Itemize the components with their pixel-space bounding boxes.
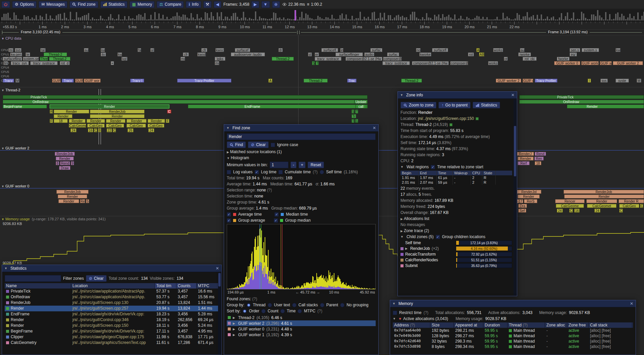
timeline-zone[interactable]: md (215, 61, 219, 65)
timeline-zone[interactable]: Rerf (518, 161, 530, 165)
timeline-zone[interactable]: T (316, 61, 319, 65)
timeline-zone[interactable]: Render (58, 199, 79, 203)
timeline-zone[interactable]: CalcGeo (126, 124, 146, 128)
table-row[interactable]: Renderjni/../jni/src/guif/Control.cpp:34… (5, 317, 219, 323)
timeline-zone[interactable]: no (416, 48, 421, 52)
timeline-zone[interactable]: sen.s (570, 48, 580, 52)
timeline-zone[interactable]: RenderJ (517, 152, 534, 156)
collapse-icon[interactable]: ▼ (226, 126, 229, 130)
restrict-time-checkbox[interactable] (393, 311, 397, 315)
timeline-zone[interactable]: RenderJob (90, 109, 145, 114)
column-mtpc[interactable]: MTPC (197, 283, 220, 289)
messages-button[interactable]: ✉Messages (39, 1, 67, 8)
close-icon[interactable]: ✕ (511, 93, 515, 97)
timeline-zone[interactable]: A (476, 48, 480, 52)
timeline-zone[interactable]: Thread-2 (401, 79, 422, 83)
timeline-zone[interactable]: Render (586, 199, 617, 203)
timeline-zone[interactable]: Draw (59, 166, 70, 170)
min-bin-decrement-button[interactable]: - (290, 162, 297, 168)
timeline-zone[interactable]: F (50, 119, 53, 123)
options-button[interactable]: ⚙Options (12, 1, 37, 8)
timeline-zone[interactable]: Render (126, 119, 147, 123)
timeline-zone[interactable]: Rencer (555, 199, 585, 203)
timeline-zone[interactable]: EndFrame (188, 104, 368, 108)
frame-label-left[interactable]: Frame 3,193 (22.45 ms) (19, 30, 62, 34)
statistics-titlebar[interactable]: ▼ Statistics ✕ (2, 265, 221, 272)
timeline-zone[interactable]: Render (90, 114, 145, 118)
timeline-zone[interactable]: 24 (148, 128, 154, 132)
column-zone-free[interactable]: Zone free (567, 322, 589, 328)
timeline-zone[interactable]: 16 (574, 209, 580, 213)
timeline-zone[interactable]: + (111, 61, 114, 65)
timeline-zone[interactable]: in (340, 48, 343, 52)
timeline-zone[interactable]: GUIF worker 2 (496, 79, 521, 83)
timeline-zone[interactable]: I (588, 79, 591, 83)
timeline-zone[interactable]: C (569, 209, 573, 213)
timeline-zone[interactable]: Ren (534, 157, 544, 161)
go-to-parent-button[interactable]: ↑Go to parent (438, 102, 471, 108)
timeline-zone[interactable]: RenderJol (517, 190, 541, 194)
timeline-zone[interactable]: Render (87, 119, 105, 123)
timeline-zone[interactable]: Render (56, 157, 74, 161)
child-zone-row[interactable]: CalcRenderNodes 51.51 µs (1.15%) (400, 258, 512, 262)
timeline-zone[interactable]: 18 (54, 119, 68, 123)
collapse-icon[interactable]: ▼ (392, 302, 395, 305)
active-allocations-header[interactable]: ▼ ♥ Active allocations (3,043) Memory us… (393, 316, 633, 321)
timeline-zone[interactable]: audioserver /audio (231, 52, 265, 56)
table-row[interactable]: EndFramejni/../jni/src/claw/gfx/drv/vk/D… (5, 311, 219, 317)
relative-time-checkbox[interactable]: ✓ (431, 165, 435, 169)
timeline-zone[interactable]: cfr (183, 52, 189, 56)
child-zone-row[interactable]: RecalcTransform 72.92 µs (1.62%) (400, 252, 512, 257)
scrollbar[interactable] (514, 99, 517, 296)
timeline-zone[interactable]: RenderJob (55, 152, 75, 156)
timeline-zone[interactable]: PrivateTick (3, 95, 368, 99)
timeline-zone[interactable]: Render (106, 119, 125, 123)
find-zone-search-input[interactable] (227, 133, 376, 140)
frame-dropdown-button[interactable]: ▼ (261, 1, 270, 8)
timeline-zone[interactable]: al (150, 48, 154, 52)
timeline-zone[interactable]: fworke (557, 57, 570, 61)
zoom-to-zone-button[interactable]: Zoom to zone (400, 102, 436, 108)
zone-trace-collapser[interactable]: ▶Zone trace (2) (400, 228, 512, 233)
timeline-zone[interactable]: kworke (419, 52, 431, 56)
group-children-checkbox[interactable]: ✓ (436, 235, 440, 239)
timeline-zone[interactable]: sys (15, 48, 21, 52)
timeline-zone[interactable]: composer@ (450, 61, 468, 65)
table-row[interactable]: Renderjni/../jni/src/guif/Screen.cpp:150… (5, 323, 219, 328)
timeline-zone[interactable]: composer@2.1-se (Hw (412, 61, 449, 65)
timeline-zone[interactable]: 9 (71, 161, 74, 165)
timeline-zone[interactable]: md (180, 57, 185, 61)
timeline-zone[interactable]: RenderJob (56, 190, 89, 194)
info-button[interactable]: ℹInfo (186, 1, 201, 8)
sort-mtpc-radio[interactable] (298, 309, 302, 313)
table-row[interactable]: OnRedrawjni/../jni/src/claw/application/… (5, 294, 219, 300)
timeline-zone[interactable]: Tracy Profiler (535, 79, 557, 83)
guif-worker2-header[interactable]: ▼GUIF worker 2 (1, 146, 29, 150)
group-usertext-radio[interactable] (268, 303, 272, 307)
next-frame-button[interactable]: ▶ (251, 1, 259, 8)
table-row[interactable]: CalcGeometryjni/../jni/src/claw/graphics… (5, 340, 219, 346)
timeline-zone[interactable]: Tr (352, 114, 356, 118)
timeline-zone[interactable]: CalcGeo (106, 124, 124, 128)
timeline-zone[interactable]: Render (567, 104, 644, 108)
timeline-zone[interactable]: S (312, 61, 315, 65)
frame-row[interactable]: Frame 3,193 (22.45 ms) Frame 3,194 (13.9… (0, 30, 644, 35)
timeline-zone[interactable]: audio (364, 52, 374, 56)
timeline-zone[interactable]: Render (54, 114, 72, 118)
self-time-radio[interactable] (320, 170, 324, 174)
timeline-zone[interactable]: Rend (60, 161, 70, 165)
collapse-icon[interactable]: ▼ (400, 93, 403, 97)
timeline-zone[interactable]: surfacefl (321, 48, 338, 52)
timeline-zone[interactable]: Thre (40, 57, 48, 61)
timeline-zone[interactable]: GUIF (75, 79, 83, 83)
timeline-zone[interactable]: BeginFrame (3, 104, 47, 108)
timeline-zone[interactable]: 24 (594, 209, 600, 213)
power-button[interactable] (1, 1, 10, 8)
timeline-zone[interactable]: tin (3, 61, 8, 65)
timeline-zone[interactable]: 5 (86, 199, 89, 203)
timeline-zone[interactable]: au (84, 48, 89, 52)
column-thread[interactable]: Thread (?) (507, 322, 545, 328)
column-call-stack[interactable]: Call stack (589, 322, 632, 328)
table-row[interactable]: RenderJobjni/../jni/src/guif/Screen.cpp:… (5, 300, 219, 306)
timeline-zone[interactable]: kw (101, 48, 105, 52)
